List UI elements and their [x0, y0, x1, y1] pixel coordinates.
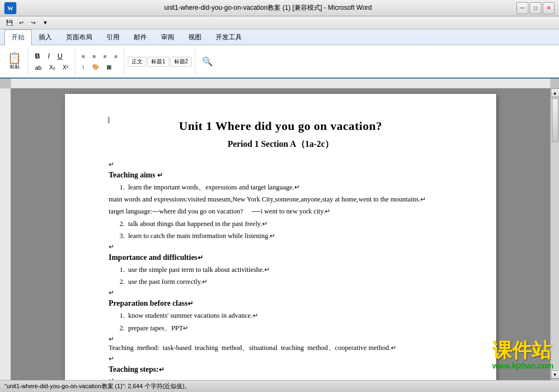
strikethrough-button[interactable]: ab [32, 63, 45, 73]
underline-button[interactable]: U [54, 50, 66, 62]
watermark: 课件站 www.kjzhan.com [492, 340, 554, 370]
aims-item-1: 1. learn the important words、expressions… [120, 182, 453, 193]
aims-item-3: 3. learn to catch the main imformation w… [120, 230, 453, 241]
document-wrapper[interactable]: Unit 1 Where did you go on vacation? Per… [11, 88, 550, 392]
importance-item-1: 1. use the simple past term to talk abou… [120, 264, 453, 275]
subscript-button[interactable]: X₂ [46, 63, 58, 73]
minimize-button[interactable]: ─ [516, 2, 528, 14]
justify-button[interactable]: ≡ [111, 52, 121, 61]
scroll-down-button[interactable]: ▼ [551, 370, 560, 379]
tab-mail[interactable]: 邮件 [127, 29, 154, 45]
blank-line-3: ↵ [109, 288, 453, 296]
status-text: "unit1-where-did-you-go-on-vacation教案 (1… [4, 382, 191, 390]
prep-item-1: 1. know students' summer vacations in ad… [120, 310, 453, 321]
tab-view[interactable]: 视图 [181, 29, 209, 45]
watermark-line1: 课件站 [492, 340, 554, 361]
align-right-button[interactable]: ≡ [100, 52, 110, 61]
importance-item-2: 2. use the past form correctly.↵ [120, 276, 453, 287]
find-button[interactable]: 🔍 [199, 55, 216, 68]
tab-review[interactable]: 审阅 [154, 29, 181, 45]
align-center-button[interactable]: ≡ [90, 52, 99, 61]
vertical-ruler [0, 88, 11, 392]
tab-references[interactable]: 引用 [99, 29, 127, 45]
blank-line-5: ↵ [109, 354, 453, 362]
scroll-thumb[interactable] [552, 98, 558, 142]
tab-home[interactable]: 开始 [4, 29, 32, 46]
superscript-button[interactable]: X² [60, 63, 72, 73]
window-controls: ─ □ ✕ [516, 2, 555, 14]
redo-button[interactable]: ↪ [28, 18, 38, 28]
window-title: unit1-where-did-you-go-on-vacation教案 (1)… [20, 3, 516, 13]
save-quick-button[interactable]: 💾 [4, 18, 14, 28]
maximize-button[interactable]: □ [530, 2, 542, 14]
quick-access-toolbar: 💾 ↩ ↪ ▼ [0, 16, 559, 29]
style-heading2[interactable]: 标题2 [170, 57, 192, 67]
bold-button[interactable]: B [32, 50, 43, 62]
tab-layout[interactable]: 页面布局 [59, 29, 99, 45]
align-left-button[interactable]: ≡ [79, 52, 88, 61]
ribbon-sep-2 [75, 48, 75, 75]
style-heading1[interactable]: 标题1 [147, 57, 169, 67]
scroll-up-button[interactable]: ▲ [551, 88, 560, 97]
italic-button[interactable]: I [44, 50, 53, 62]
heading-teaching-aims: Teaching aims ↵ [109, 171, 453, 180]
document-subtitle: Period 1 Section A（1a-2c） [109, 139, 453, 150]
line-spacing-button[interactable]: ↕ [79, 62, 88, 72]
close-button[interactable]: ✕ [543, 2, 555, 14]
undo-button[interactable]: ↩ [16, 18, 26, 28]
ribbon-sep-1 [28, 48, 28, 75]
aims-item-2: 2. talk about things that happened in th… [120, 218, 453, 229]
teaching-method-para: Teaching method: task-based teaching met… [109, 342, 453, 353]
ribbon-sep-3 [124, 48, 124, 75]
horizontal-ruler [11, 79, 550, 88]
ribbon-tabs: 开始 插入 页面布局 引用 邮件 审阅 视图 开发工具 [0, 29, 559, 45]
ribbon: 开始 插入 页面布局 引用 邮件 审阅 视图 开发工具 📋 粘贴 B I U a… [0, 29, 559, 79]
title-bar: W unit1-where-did-you-go-on-vacation教案 (… [0, 0, 559, 16]
blank-line-2: ↵ [109, 242, 453, 250]
watermark-line2: www.kjzhan.com [492, 361, 554, 370]
document-title: Unit 1 Where did you go on vacation? [109, 119, 453, 133]
ribbon-content: 📋 粘贴 B I U ab X₂ X² ≡ ≡ ≡ ≡ [0, 45, 559, 78]
tab-developer[interactable]: 开发工具 [209, 29, 249, 45]
heading-preparation: Preparation before class↵ [109, 299, 453, 308]
document-page[interactable]: Unit 1 Where did you go on vacation? Per… [65, 94, 496, 392]
ribbon-sep-4 [195, 48, 195, 75]
blank-line-1: ↵ [109, 160, 453, 168]
status-bar: "unit1-where-did-you-go-on-vacation教案 (1… [0, 380, 559, 392]
heading-importance: Importance and difficulties↵ [109, 253, 453, 262]
blank-line-4: ↵ [109, 335, 453, 342]
app-icon: W [4, 2, 16, 14]
scroll-track[interactable] [551, 97, 560, 370]
style-normal[interactable]: 正文 [128, 57, 146, 67]
customize-quick-button[interactable]: ▼ [40, 18, 50, 28]
border-button[interactable]: ▦ [103, 62, 115, 72]
heading-teaching-steps: Teaching steps:↵ [109, 365, 453, 374]
paste-button[interactable]: 📋 粘贴 [4, 51, 25, 72]
aims-para-2: target language:---where did you go on v… [109, 206, 453, 217]
tab-insert[interactable]: 插入 [32, 29, 59, 45]
aims-para-1: main words and expressions:visited museu… [109, 194, 453, 205]
prep-item-2: 2. prepare tapes、PPT↵ [120, 323, 453, 334]
main-layout: Unit 1 Where did you go on vacation? Per… [0, 88, 559, 392]
shading-button[interactable]: 🎨 [89, 62, 102, 72]
